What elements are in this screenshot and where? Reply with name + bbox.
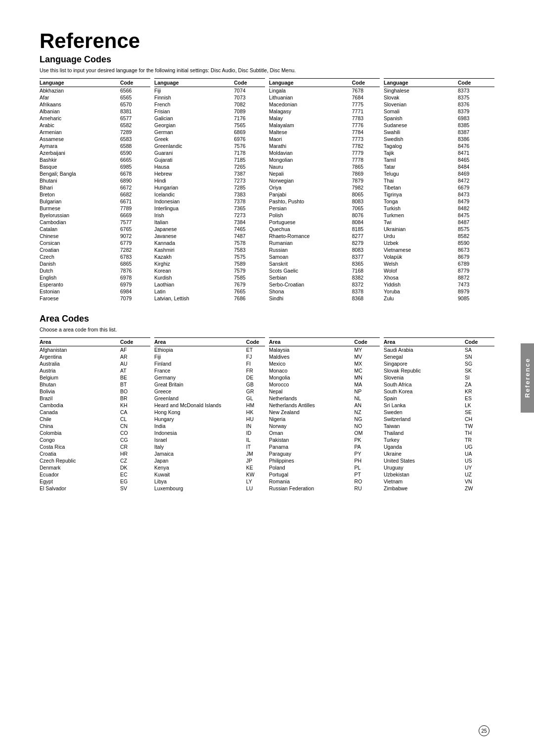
language-name: Portuguese — [269, 219, 352, 226]
area-code: CA — [120, 409, 150, 416]
language-row: Oriya7982 — [269, 184, 380, 191]
language-name: Kurdish — [154, 274, 234, 281]
language-code: 7771 — [352, 108, 380, 115]
language-name: Quechua — [269, 226, 352, 233]
language-row: Sindhi8368 — [269, 295, 380, 302]
language-code: 6566 — [120, 87, 150, 94]
area-name: El Salvador — [40, 485, 120, 492]
language-code: 7782 — [352, 142, 380, 149]
area-row: MonacoMC — [269, 367, 380, 374]
language-code: 7865 — [352, 163, 380, 170]
language-code: 7879 — [352, 177, 380, 184]
language-name: Fiji — [154, 87, 234, 94]
area-code: TW — [465, 423, 494, 429]
area-row: TurkeyTR — [384, 436, 494, 443]
language-name: Kannada — [154, 239, 234, 246]
language-code: 7265 — [234, 163, 265, 170]
area-code: MA — [355, 381, 380, 388]
language-name: Burmese — [40, 205, 120, 212]
language-name: Turkish — [384, 205, 458, 212]
language-row: Irish7273 — [154, 212, 265, 219]
language-name: Nauru — [269, 163, 352, 170]
area-row: NetherlandsNL — [269, 395, 380, 402]
language-code: 6665 — [120, 156, 150, 163]
area-code: FJ — [246, 353, 265, 360]
area-name: Indonesia — [154, 429, 246, 436]
language-row: Shona8378 — [269, 288, 380, 295]
language-code: 6979 — [120, 281, 150, 288]
language-row: Samoan8377 — [269, 253, 380, 260]
language-row: Catalan6765 — [40, 226, 150, 233]
language-row: Thai8472 — [384, 177, 494, 184]
area-name: Monaco — [269, 367, 355, 374]
area-row: New ZealandNZ — [269, 409, 380, 416]
area-header-2: Area — [154, 337, 246, 346]
area-row: NorwayNO — [269, 423, 380, 429]
language-code: 8590 — [458, 239, 494, 246]
area-row: PortugalPT — [269, 471, 380, 478]
language-name: Moldavian — [269, 149, 352, 156]
area-name: Turkey — [384, 436, 465, 443]
language-row: Slovenian8376 — [384, 101, 494, 108]
language-name: Lithuanian — [269, 94, 352, 101]
area-code: ZA — [465, 381, 494, 388]
area-row: CroatiaHR — [40, 450, 150, 457]
language-code: 6669 — [120, 212, 150, 219]
area-code: NG — [355, 416, 380, 423]
language-row: Quechua8185 — [269, 226, 380, 233]
language-row: Indonesian7378 — [154, 198, 265, 205]
area-name: Afghanistan — [40, 346, 120, 353]
language-code: 7665 — [234, 288, 265, 295]
area-row: SpainES — [384, 395, 494, 402]
language-row: Afar6565 — [40, 94, 150, 101]
area-code: US — [465, 457, 494, 464]
language-name: Slovenian — [384, 101, 458, 108]
language-code: 6765 — [120, 226, 150, 233]
language-row: Georgian7565 — [154, 122, 265, 129]
area-name: Costa Rica — [40, 443, 120, 450]
language-row: Breton6682 — [40, 191, 150, 198]
language-row: Chinese9072 — [40, 233, 150, 239]
language-name: Greenlandic — [154, 142, 234, 149]
language-row: Greek6976 — [154, 136, 265, 142]
area-row: JamaicaJM — [154, 450, 265, 457]
language-name: German — [154, 129, 234, 136]
language-row: Bengali; Bangla6678 — [40, 170, 150, 177]
language-name: Galician — [154, 115, 234, 122]
area-name: Egypt — [40, 478, 120, 485]
area-row: IsraelIL — [154, 436, 265, 443]
area-section: Area Codes Choose a area code from this … — [40, 314, 494, 492]
language-code: 7773 — [352, 136, 380, 142]
language-row: Tatar8484 — [384, 163, 494, 170]
language-code: 6869 — [234, 129, 265, 136]
language-name: Icelandic — [154, 191, 234, 198]
language-name: Hebrew — [154, 170, 234, 177]
language-code: 6779 — [120, 239, 150, 246]
area-code: RO — [355, 478, 380, 485]
page-number: 25 — [479, 725, 490, 736]
language-name: Shona — [269, 288, 352, 295]
language-name: Samoan — [269, 253, 352, 260]
language-row: Icelandic7383 — [154, 191, 265, 198]
area-row: FinlandFI — [154, 360, 265, 367]
area-name: Paraguay — [269, 450, 355, 457]
area-code: SK — [465, 367, 494, 374]
language-name: Chinese — [40, 233, 120, 239]
language-code: 7775 — [352, 101, 380, 108]
language-row: Twi8487 — [384, 219, 494, 226]
language-name: Greek — [154, 136, 234, 142]
area-name: New Zealand — [269, 409, 355, 416]
language-code: 7273 — [234, 177, 265, 184]
language-row: Swahili8387 — [384, 129, 494, 136]
area-code: EG — [120, 478, 150, 485]
language-name: Latvian, Lettish — [154, 295, 234, 302]
area-row: South AfricaZA — [384, 381, 494, 388]
area-row: ZimbabweZW — [384, 485, 494, 492]
language-name: Lingala — [269, 87, 352, 94]
area-row: MexicoMX — [269, 360, 380, 367]
area-row: HungaryHU — [154, 416, 265, 423]
language-row: Bhutani6890 — [40, 177, 150, 184]
language-row: Panjabi8065 — [269, 191, 380, 198]
area-code: BT — [120, 381, 150, 388]
area-row: BrazilBR — [40, 395, 150, 402]
